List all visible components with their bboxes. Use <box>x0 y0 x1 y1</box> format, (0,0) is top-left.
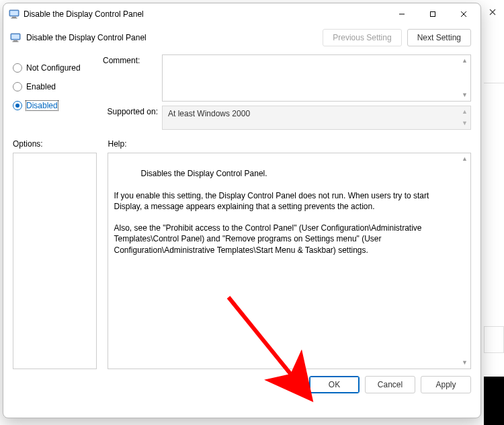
supported-on-text: At least Windows 2000 <box>168 109 250 118</box>
radio-enabled[interactable]: Enabled <box>13 81 92 92</box>
radio-disabled[interactable]: Disabled <box>13 100 92 111</box>
options-label: Options: <box>13 139 97 149</box>
radio-icon <box>13 63 22 73</box>
ok-button[interactable]: OK <box>309 376 360 393</box>
minimize-button[interactable] <box>386 3 417 25</box>
titlebar[interactable]: Disable the Display Control Panel <box>3 3 480 25</box>
app-icon <box>9 9 19 20</box>
bg-window-close-button[interactable] <box>481 3 504 21</box>
policy-icon <box>10 32 21 43</box>
radio-icon <box>13 82 22 91</box>
radio-label: Enabled <box>26 82 56 91</box>
desktop-canvas: Disable the Display Control Panel Disabl… <box>0 0 504 425</box>
policy-header: Disable the Display Control Panel Previo… <box>3 25 480 50</box>
apply-button[interactable]: Apply <box>421 376 471 393</box>
help-label: Help: <box>108 139 471 149</box>
help-pane: Disables the Display Control Panel. If y… <box>108 153 471 369</box>
scroll-down-icon[interactable]: ▼ <box>459 357 470 369</box>
close-button[interactable] <box>448 3 479 25</box>
radio-not-configured[interactable]: Not Configured <box>13 63 92 73</box>
bg-divider <box>484 83 504 83</box>
policy-dialog-window: Disable the Display Control Panel Disabl… <box>3 3 481 418</box>
comment-label: Comment: <box>103 54 158 102</box>
help-text: Disables the Display Control Panel. If y… <box>114 169 431 254</box>
svg-rect-6 <box>11 34 19 39</box>
cancel-button[interactable]: Cancel <box>365 376 415 393</box>
scroll-up-icon[interactable]: ▲ <box>459 153 470 165</box>
scroll-up-icon[interactable]: ▲ <box>459 106 470 118</box>
comment-textbox[interactable]: ▲ ▼ <box>162 54 471 102</box>
window-title: Disable the Display Control Panel <box>24 9 144 19</box>
supported-on-label: Supported on: <box>103 106 158 130</box>
supported-on-box: At least Windows 2000 ▲ ▼ <box>162 106 471 130</box>
scroll-down-icon[interactable]: ▼ <box>459 118 470 129</box>
scroll-up-icon[interactable]: ▲ <box>459 55 470 67</box>
previous-setting-button: Previous Setting <box>323 29 401 46</box>
policy-title: Disable the Display Control Panel <box>26 33 146 42</box>
radio-icon <box>13 101 22 110</box>
state-radio-group: Not Configured Enabled Disabled <box>13 54 92 130</box>
radio-label: Disabled <box>26 101 58 110</box>
svg-rect-3 <box>11 17 17 18</box>
scroll-down-icon[interactable]: ▼ <box>459 89 470 101</box>
background-window-strip <box>484 0 504 425</box>
radio-label: Not Configured <box>26 63 81 73</box>
svg-rect-1 <box>10 11 18 15</box>
maximize-button[interactable] <box>417 3 448 25</box>
svg-rect-2 <box>12 17 16 17</box>
svg-rect-7 <box>13 40 17 41</box>
bg-dark-panel <box>484 377 504 425</box>
svg-rect-4 <box>431 12 435 17</box>
dialog-footer: OK Cancel Apply <box>3 369 480 401</box>
bg-panel <box>484 326 504 353</box>
options-pane <box>13 153 97 369</box>
next-setting-button[interactable]: Next Setting <box>407 29 471 46</box>
svg-rect-8 <box>13 41 19 42</box>
